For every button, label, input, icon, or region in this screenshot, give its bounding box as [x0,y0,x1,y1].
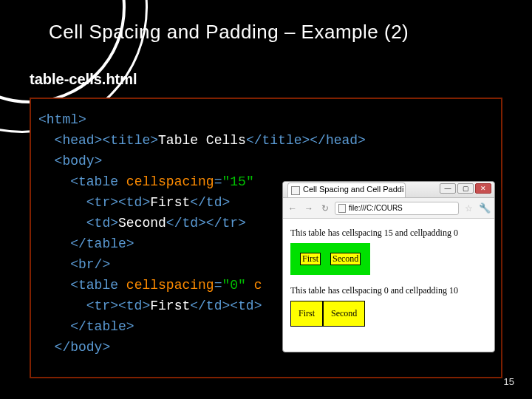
maximize-button[interactable]: ▢ [457,183,474,194]
code-tag: </body> [55,340,111,355]
demo-table-spacing-0: First Second [290,301,365,327]
code-tag: <table [70,278,126,293]
code-tag: </title></head> [246,133,366,148]
demo-cell: First [300,253,321,265]
code-attr: cellspacing [126,278,214,293]
browser-titlebar: Cell Spacing and Cell Paddi — ▢ ✕ [283,182,494,198]
browser-toolbar: ← → ↻ file:///C:/COURS ☆ 🔧 [283,198,494,219]
code-tag: <br/> [70,257,110,272]
code-tag: <td> [86,216,118,231]
slide-title: Cell Spacing and Padding – Example (2) [49,21,409,44]
close-button[interactable]: ✕ [475,183,491,194]
code-text: First [150,195,190,210]
file-icon [338,204,346,213]
code-str: "15" [222,174,253,189]
code-tag: <table [70,174,126,189]
back-icon[interactable]: ← [286,202,299,215]
code-tag: </td><td> [190,299,262,313]
code-tag: <html> [38,112,86,127]
code-str: "0" [222,278,245,293]
code-tag: <head><title> [55,133,158,148]
slide-subtitle: table-cells.html [30,71,137,88]
code-eq: = [214,174,222,189]
demo-cell: Second [323,301,365,327]
page-number: 15 [504,376,514,387]
code-eq: = [214,278,222,293]
demo-caption-2: This table has cellspacing 0 and cellpad… [290,285,487,296]
code-text: First [150,299,190,313]
forward-icon[interactable]: → [302,202,316,215]
demo-cell: Second [330,253,361,265]
address-bar[interactable]: file:///C:/COURS [335,202,459,215]
demo-cell: First [290,301,323,327]
window-buttons: — ▢ ✕ [440,183,491,194]
minimize-button[interactable]: — [440,183,456,194]
code-tag: </table> [70,319,134,334]
demo-caption-1: This table has cellspacing 15 and cellpa… [290,228,487,239]
code-tag: <tr><td> [86,195,150,210]
browser-tab-title: Cell Spacing and Cell Paddi [303,185,403,194]
address-text: file:///C:/COURS [349,204,403,212]
code-tag: </table> [70,236,134,251]
settings-icon[interactable]: 🔧 [478,202,491,215]
code-tag: </td> [190,195,230,210]
browser-viewport: This table has cellspacing 15 and cellpa… [283,219,494,335]
browser-tab[interactable]: Cell Spacing and Cell Paddi [287,183,406,197]
code-tag: <body> [55,154,103,168]
reload-icon[interactable]: ↻ [318,202,332,215]
browser-window: Cell Spacing and Cell Paddi — ▢ ✕ ← → ↻ … [282,181,495,352]
code-text: Table Cells [158,133,246,148]
code-attr: c [246,278,262,293]
bookmark-icon[interactable]: ☆ [462,202,475,215]
table-row: First Second [290,301,365,327]
demo-table-spacing-15: First Second [290,243,370,275]
code-attr: cellspacing [126,174,214,189]
table-row: First Second [300,253,361,265]
code-tag: </td></tr> [166,216,246,231]
code-text: Second [118,216,166,231]
code-tag: <tr><td> [86,299,150,313]
